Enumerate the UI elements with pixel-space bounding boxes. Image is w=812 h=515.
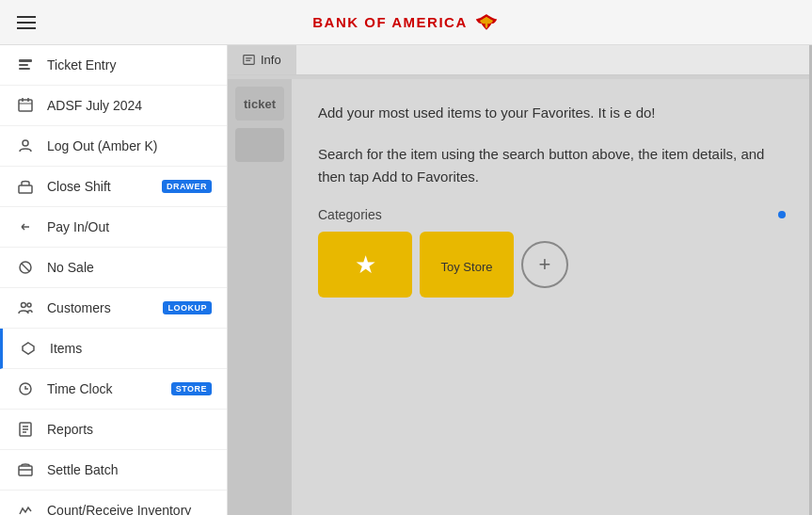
sidebar-item-no-sale[interactable]: No Sale [0, 248, 227, 288]
categories-section: Categories ★ Toy Store [318, 207, 786, 298]
tab-info[interactable]: Info [228, 45, 296, 74]
sidebar-label-pay: Pay In/Out [47, 219, 212, 234]
sidebar-label-ticket-entry: Ticket Entry [47, 57, 212, 72]
no-sale-icon [15, 257, 36, 278]
categories-indicator [778, 211, 786, 218]
main-content: Info ticket Add your most used items to … [228, 45, 812, 515]
ticket-header-btn[interactable]: ticket [235, 87, 284, 121]
ticket-header-label: ticket [244, 97, 276, 111]
time-clock-icon [15, 378, 36, 399]
svg-rect-0 [19, 59, 32, 62]
sidebar-label-close-shift: Close Shift [47, 179, 162, 194]
sidebar-label-settle-batch: Settle Batch [47, 462, 212, 477]
logo-text: BANK OF AMERICA [312, 14, 467, 30]
svg-rect-2 [19, 68, 30, 70]
hamburger-button[interactable] [11, 10, 41, 35]
customers-icon [15, 298, 36, 318]
svg-rect-27 [244, 56, 254, 65]
reports-icon [15, 419, 36, 440]
svg-point-12 [27, 303, 31, 307]
svg-point-11 [22, 303, 26, 308]
count-icon [15, 500, 36, 515]
logout-icon [15, 136, 36, 156]
sidebar-label-reports: Reports [47, 422, 212, 437]
svg-rect-3 [19, 100, 32, 111]
info-text-2: Search for the item using the search but… [318, 143, 786, 188]
store-badge: STORE [171, 382, 212, 395]
tab-info-label: Info [261, 53, 281, 67]
sidebar-label-customers: Customers [47, 300, 163, 315]
svg-marker-13 [23, 343, 34, 354]
items-icon [18, 338, 39, 359]
sidebar-item-settle-batch[interactable]: Settle Batch [0, 450, 227, 491]
category-tile-favorites[interactable]: ★ [318, 232, 412, 298]
header-logo: BANK OF AMERICA [312, 12, 499, 33]
drawer-badge: DRAWER [162, 180, 212, 193]
sidebar-item-adsf[interactable]: ADSF July 2024 [0, 86, 227, 126]
sidebar-item-pay-in-out[interactable]: Pay In/Out [0, 207, 227, 248]
boa-eagle-icon [473, 12, 500, 33]
app-layout: Ticket Entry ADSF July 2024 Log Out (Amb… [0, 45, 812, 515]
sidebar-item-time-clock[interactable]: Time Clock STORE [0, 369, 227, 410]
sidebar-item-count-receive[interactable]: Count/Receive Inventory [0, 491, 227, 515]
sidebar-item-close-shift[interactable]: Close Shift DRAWER [0, 167, 227, 207]
sidebar-item-logout[interactable]: Log Out (Amber K) [0, 126, 227, 167]
sidebar-label-logout: Log Out (Amber K) [47, 138, 212, 153]
categories-label: Categories [318, 207, 382, 222]
info-text-1: Add your most used items to your Favorit… [318, 102, 786, 124]
pay-icon [15, 217, 36, 237]
sidebar-label-no-sale: No Sale [47, 260, 212, 275]
sidebar-label-items: Items [50, 341, 212, 356]
sidebar-label-count-receive: Count/Receive Inventory [47, 503, 212, 515]
add-category-button[interactable]: + [521, 241, 568, 288]
info-panel: Add your most used items to your Favorit… [292, 79, 812, 515]
categories-header: Categories [318, 207, 786, 222]
app-header: BANK OF AMERICA [0, 0, 812, 45]
ticket-item-1[interactable] [235, 128, 284, 162]
svg-point-7 [23, 140, 28, 146]
settle-batch-icon [15, 459, 36, 480]
sidebar: Ticket Entry ADSF July 2024 Log Out (Amb… [0, 45, 228, 515]
content-area: ticket Add your most used items to your … [228, 79, 812, 515]
adsf-icon [15, 95, 36, 116]
sidebar-item-reports[interactable]: Reports [0, 410, 227, 450]
lookup-badge: LOOKUP [163, 301, 212, 314]
category-toy-store-name: Toy Store [441, 260, 493, 274]
svg-line-10 [22, 264, 29, 271]
ticket-list-panel: ticket [228, 79, 292, 515]
sidebar-label-time-clock: Time Clock [47, 381, 171, 396]
tabs-bar: Info [228, 45, 812, 75]
sidebar-item-customers[interactable]: Customers LOOKUP [0, 288, 227, 329]
svg-rect-1 [19, 64, 28, 66]
add-category-icon: + [539, 252, 551, 277]
sidebar-label-adsf: ADSF July 2024 [47, 98, 212, 113]
ticket-entry-icon [15, 55, 36, 75]
sidebar-item-ticket-entry[interactable]: Ticket Entry [0, 45, 227, 86]
close-shift-icon [15, 176, 36, 197]
star-icon: ★ [355, 250, 376, 280]
svg-rect-19 [19, 466, 32, 475]
categories-row: ★ Toy Store + [318, 232, 786, 298]
sidebar-item-items[interactable]: Items [0, 329, 227, 369]
category-tile-toy-store[interactable]: Toy Store [420, 232, 514, 298]
info-tab-icon [243, 54, 255, 66]
svg-rect-8 [19, 185, 32, 193]
